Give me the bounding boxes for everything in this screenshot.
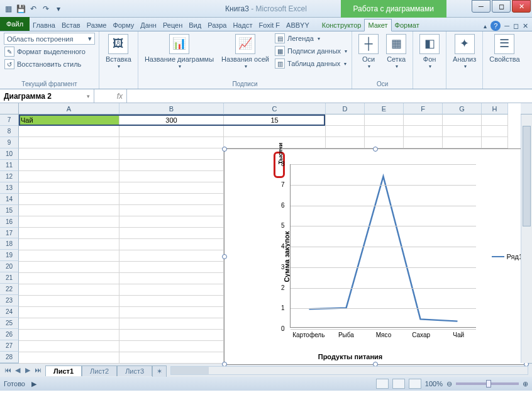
cell[interactable] bbox=[326, 126, 365, 137]
insert-button[interactable]: 🖼 Вставка bbox=[103, 33, 134, 79]
zoom-in-button[interactable]: ⊕ bbox=[523, 380, 528, 388]
cell[interactable] bbox=[119, 262, 224, 273]
cell[interactable] bbox=[404, 114, 443, 126]
page-break-view-button[interactable] bbox=[409, 379, 421, 389]
cell[interactable] bbox=[482, 126, 508, 137]
horizontal-scrollbar[interactable] bbox=[170, 366, 528, 375]
cell[interactable] bbox=[19, 239, 119, 250]
cell[interactable] bbox=[119, 148, 224, 160]
axis-titles-button[interactable]: 📈 Названия осей bbox=[219, 33, 272, 79]
cell[interactable] bbox=[119, 126, 224, 137]
data-table-button[interactable]: ▥Таблица данных bbox=[274, 58, 348, 69]
row-header[interactable]: 16 bbox=[0, 216, 19, 228]
column-header[interactable]: B bbox=[119, 103, 224, 114]
formula-input[interactable] bbox=[127, 89, 532, 103]
doc-restore-icon[interactable]: ◻ bbox=[513, 22, 519, 30]
cell[interactable] bbox=[224, 126, 326, 137]
save-icon[interactable]: 💾 bbox=[15, 3, 26, 14]
cell[interactable] bbox=[19, 341, 119, 352]
cell[interactable] bbox=[119, 273, 224, 284]
cell[interactable] bbox=[19, 307, 119, 318]
cell[interactable] bbox=[19, 194, 119, 205]
cell[interactable] bbox=[119, 160, 224, 171]
minimize-button[interactable]: ─ bbox=[472, 0, 490, 13]
column-header[interactable]: E bbox=[365, 103, 404, 114]
cell[interactable] bbox=[119, 239, 224, 250]
tab-chart-design[interactable]: Конструктор bbox=[319, 20, 365, 31]
cell[interactable] bbox=[119, 205, 224, 216]
cell[interactable] bbox=[119, 228, 224, 239]
cell[interactable] bbox=[19, 160, 119, 171]
cell[interactable] bbox=[19, 273, 119, 284]
maximize-button[interactable]: ◻ bbox=[492, 0, 511, 13]
resize-handle[interactable] bbox=[222, 254, 227, 259]
file-tab[interactable]: Файл bbox=[0, 17, 30, 31]
row-header[interactable]: 21 bbox=[0, 272, 19, 284]
cell[interactable] bbox=[119, 307, 224, 318]
row-header[interactable]: 25 bbox=[0, 318, 19, 329]
row-header[interactable]: 10 bbox=[0, 148, 19, 160]
zoom-out-button[interactable]: ⊖ bbox=[446, 380, 452, 388]
cell[interactable] bbox=[119, 296, 224, 307]
row-header[interactable]: 19 bbox=[0, 250, 19, 261]
cell[interactable] bbox=[119, 182, 224, 194]
doc-minimize-icon[interactable]: ─ bbox=[504, 22, 509, 30]
row-header[interactable]: 14 bbox=[0, 194, 19, 205]
sheet-tab[interactable]: Лист3 bbox=[117, 365, 152, 376]
row-header[interactable]: 7 bbox=[0, 114, 19, 126]
cell[interactable] bbox=[482, 137, 508, 148]
cell[interactable] bbox=[365, 137, 404, 148]
undo-icon[interactable]: ↶ bbox=[28, 3, 39, 14]
column-header[interactable]: A bbox=[19, 103, 119, 114]
cell[interactable] bbox=[19, 126, 119, 137]
row-header[interactable]: 17 bbox=[0, 228, 19, 239]
row-header[interactable]: 18 bbox=[0, 238, 19, 250]
minimize-ribbon-icon[interactable]: ▴ bbox=[484, 23, 487, 30]
cell[interactable] bbox=[19, 330, 119, 341]
column-header[interactable]: D bbox=[326, 103, 365, 114]
tab-abbyy[interactable]: ABBYY bbox=[283, 20, 313, 31]
cell[interactable] bbox=[119, 250, 224, 262]
sheet-nav-prev[interactable]: ◀ bbox=[13, 366, 23, 374]
spreadsheet-grid[interactable]: 7891011121314151617181920212223242526272… bbox=[0, 114, 532, 363]
resize-handle[interactable] bbox=[222, 147, 227, 152]
select-all-corner[interactable] bbox=[0, 103, 19, 114]
name-box[interactable]: Диаграмма 2▾ bbox=[0, 89, 94, 103]
row-header[interactable]: 12 bbox=[0, 171, 19, 182]
cell[interactable] bbox=[326, 114, 365, 126]
cell[interactable] bbox=[19, 296, 119, 307]
cell[interactable] bbox=[443, 137, 482, 148]
cell[interactable] bbox=[19, 318, 119, 330]
cell[interactable] bbox=[19, 262, 119, 273]
tab-formulas[interactable]: Форму bbox=[109, 20, 137, 31]
tab-home[interactable]: Главна bbox=[30, 20, 58, 31]
row-header[interactable]: 27 bbox=[0, 340, 19, 352]
tab-foxit[interactable]: Foxit F bbox=[255, 20, 283, 31]
axes-button[interactable]: ┼Оси bbox=[356, 33, 381, 79]
scrollbar-thumb[interactable] bbox=[523, 126, 531, 226]
cell[interactable] bbox=[404, 137, 443, 148]
cell[interactable] bbox=[119, 171, 224, 182]
gridlines-button[interactable]: ▦Сетка bbox=[384, 33, 409, 79]
cell[interactable] bbox=[119, 341, 224, 352]
cell[interactable] bbox=[19, 284, 119, 296]
sheet-nav-next[interactable]: ▶ bbox=[23, 366, 33, 374]
row-header[interactable]: 9 bbox=[0, 137, 19, 148]
scrollbar-thumb[interactable] bbox=[171, 367, 209, 374]
tab-view[interactable]: Вид bbox=[186, 20, 204, 31]
chart-object[interactable]: Сумма закупок Тысячи Ряд1 Продукты питан… bbox=[224, 148, 527, 365]
cell[interactable] bbox=[365, 114, 404, 126]
help-icon[interactable]: ? bbox=[490, 21, 501, 31]
zoom-level[interactable]: 100% bbox=[425, 380, 443, 387]
cell[interactable] bbox=[19, 352, 119, 364]
legend[interactable]: Ряд1 bbox=[492, 253, 523, 260]
vertical-scrollbar[interactable] bbox=[521, 114, 532, 363]
row-header[interactable]: 24 bbox=[0, 306, 19, 318]
cell[interactable] bbox=[365, 126, 404, 137]
column-header[interactable]: G bbox=[443, 103, 482, 114]
cell[interactable] bbox=[19, 205, 119, 216]
cell[interactable] bbox=[119, 284, 224, 296]
sheet-tab[interactable]: Лист1 bbox=[45, 365, 82, 376]
cell[interactable] bbox=[19, 137, 119, 148]
cell[interactable] bbox=[119, 330, 224, 341]
